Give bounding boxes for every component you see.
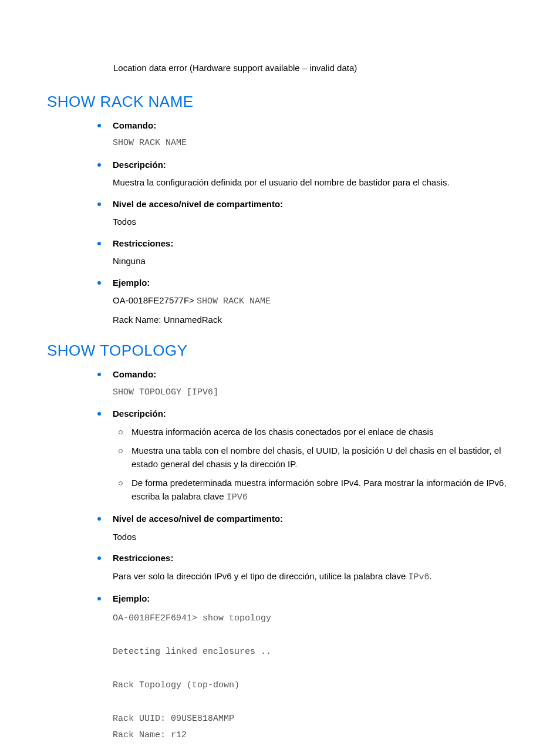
restrictions-text: Ninguna [113, 255, 513, 268]
item-label: Restricciones: [113, 553, 173, 563]
description-text: Muestra la configuración definida por el… [113, 176, 513, 190]
sublist-item: Muestra información acerca de los chasis… [113, 426, 513, 439]
item-label: Ejemplo: [113, 278, 150, 288]
command-text: SHOW RACK NAME [113, 137, 513, 150]
list-item: Comando: SHOW RACK NAME [89, 119, 513, 150]
list-item: Descripción: Muestra la configuración de… [89, 158, 513, 190]
description-sublist: Muestra información acerca de los chasis… [113, 426, 513, 505]
access-level-text: Todos [113, 215, 513, 229]
list-item: Comando: SHOW TOPOLOGY [IPV6] [89, 368, 513, 399]
list-item: Descripción: Muestra información acerca … [89, 407, 513, 504]
item-label: Restricciones: [113, 238, 173, 248]
section-1-list: Comando: SHOW TOPOLOGY [IPV6] Descripció… [89, 368, 513, 744]
restrictions-text: Para ver solo la dirección IPv6 y el tip… [113, 570, 513, 585]
item-label: Comando: [113, 120, 156, 130]
section-heading-0: SHOW RACK NAME [47, 90, 513, 113]
example-code-block: OA-0018FE2F6941> show topology Detecting… [113, 610, 513, 744]
list-item: Ejemplo: OA-0018FE2F6941> show topology … [89, 592, 513, 744]
section-0-list: Comando: SHOW RACK NAME Descripción: Mue… [89, 119, 513, 327]
list-item: Nivel de acceso/nivel de compartimento: … [89, 512, 513, 544]
item-label: Descripción: [113, 409, 166, 418]
example-line-1: OA-0018FE27577F> SHOW RACK NAME [113, 294, 513, 309]
list-item: Restricciones: Para ver solo la direcció… [89, 552, 513, 584]
sublist-item: Muestra una tabla con el nombre del chas… [113, 444, 513, 471]
intro-text: Location data error (Hardware support av… [113, 62, 513, 75]
item-label: Nivel de acceso/nivel de compartimento: [113, 514, 283, 524]
list-item: Nivel de acceso/nivel de compartimento: … [89, 198, 513, 229]
command-text: SHOW TOPOLOGY [IPV6] [113, 386, 513, 400]
item-label: Nivel de acceso/nivel de compartimento: [113, 199, 283, 209]
list-item: Restricciones: Ninguna [89, 237, 513, 268]
sublist-item: De forma predeterminada muestra informac… [113, 477, 513, 504]
section-heading-1: SHOW TOPOLOGY [47, 339, 513, 362]
list-item: Ejemplo: OA-0018FE27577F> SHOW RACK NAME… [89, 276, 513, 327]
item-label: Descripción: [113, 160, 166, 170]
access-level-text: Todos [113, 531, 513, 544]
example-line-2: Rack Name: UnnamedRack [113, 313, 513, 327]
item-label: Comando: [113, 369, 156, 379]
item-label: Ejemplo: [113, 593, 150, 603]
